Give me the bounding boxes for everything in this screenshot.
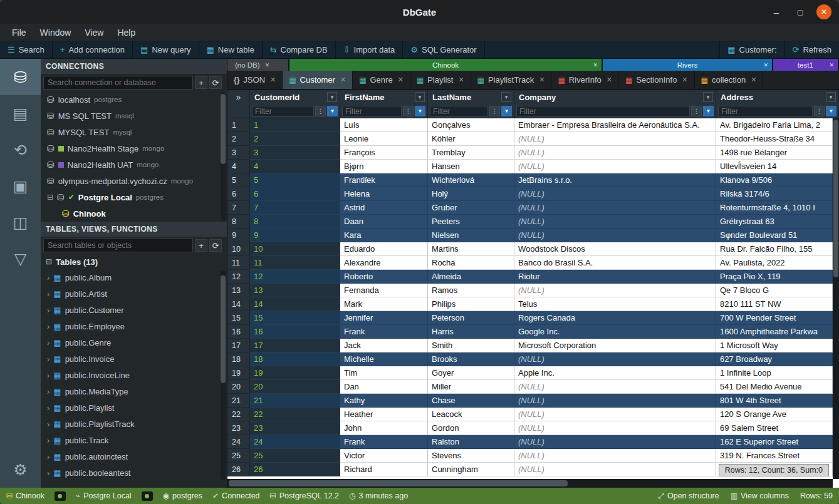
connection-item-ms-sql-test[interactable]: ⛁MS SQL TESTmssql <box>41 108 227 124</box>
table-row-3[interactable]: 33FrançoisTremblay(NULL)1498 rue Bélange… <box>227 146 833 160</box>
sidebar-filters-button[interactable]: ▽ <box>0 240 41 277</box>
connection-item-chinook[interactable]: ⛁Chinook <box>41 205 227 222</box>
table-row-10[interactable]: 1010EduardoMartinsWoodstock DiscosRua Dr… <box>227 242 833 256</box>
table-item-public-invoice[interactable]: ›▦public.Invoice <box>41 351 227 367</box>
close-button[interactable]: ✕ <box>816 4 831 19</box>
cell-customerid[interactable]: 7 <box>250 201 340 215</box>
filter-input-company[interactable] <box>516 106 690 116</box>
cell-company[interactable]: (NULL) <box>514 463 716 476</box>
cell-firstname[interactable]: Frantiſek <box>340 173 428 187</box>
table-row-15[interactable]: 1515JenniferPetersonRogers Canada700 W P… <box>227 311 833 325</box>
cell-address[interactable]: 541 Del Medio Avenue <box>716 380 833 394</box>
cell-company[interactable]: Telus <box>514 297 716 311</box>
minimize-button[interactable]: – <box>769 4 784 19</box>
cell-address[interactable]: 1 Microsoft Way <box>716 339 833 352</box>
table-row-2[interactable]: 22LeonieKöhler(NULL)Theodor-Heuss-Straße… <box>227 132 833 146</box>
table-row-17[interactable]: 1717JackSmithMicrosoft Corporation1 Micr… <box>227 339 833 352</box>
cell-company[interactable]: (NULL) <box>514 229 716 242</box>
cell-firstname[interactable]: Daan <box>340 215 428 229</box>
close-icon[interactable]: ✕ <box>751 76 756 84</box>
cell-firstname[interactable]: Helena <box>340 187 428 201</box>
tables-search-input[interactable] <box>43 239 193 252</box>
status-open-structure[interactable]: ⤢Open structure <box>658 491 719 500</box>
cell-customerid[interactable]: 6 <box>250 187 340 201</box>
cell-customerid[interactable]: 16 <box>250 325 340 339</box>
cell-company[interactable]: (NULL) <box>514 187 716 201</box>
tab-group-no-db[interactable]: (no DB)✕ <box>227 59 288 71</box>
cell-firstname[interactable]: Frank <box>340 325 428 339</box>
cell-lastname[interactable]: Tremblay <box>428 146 514 160</box>
filter-funnel-button[interactable]: ▼ <box>826 106 836 116</box>
cell-company[interactable]: (NULL) <box>514 132 716 146</box>
sidebar-plugins-button[interactable]: ◫ <box>0 204 41 240</box>
cell-firstname[interactable]: Michelle <box>340 352 428 366</box>
cell-customerid[interactable]: 15 <box>250 311 340 325</box>
column-header-lastname[interactable]: LastName▾ <box>428 90 514 105</box>
chevron-right-icon[interactable]: › <box>47 289 50 299</box>
close-icon[interactable]: ✕ <box>763 62 768 68</box>
table-row-21[interactable]: 2121KathyChase(NULL)801 W 4th Street <box>227 394 833 408</box>
cell-firstname[interactable]: Alexandre <box>340 256 428 270</box>
cell-customerid[interactable]: 21 <box>250 394 340 408</box>
chevron-down-icon[interactable]: ▾ <box>703 92 713 102</box>
column-header-firstname[interactable]: FirstName▾ <box>340 90 428 105</box>
toolbar-customer[interactable]: ▦Customer: <box>719 41 784 58</box>
sidebar-settings-button[interactable]: ⚙ <box>0 451 41 488</box>
collapse-icon[interactable]: ⊟ <box>47 193 53 202</box>
tab-playlist[interactable]: ▦Playlist✕ <box>410 71 471 89</box>
cell-customerid[interactable]: 14 <box>250 297 340 311</box>
cell-firstname[interactable]: Frank <box>340 435 428 449</box>
cell-address[interactable]: Av. Paulista, 2022 <box>716 256 833 270</box>
cell-address[interactable]: Theodor-Heuss-Straße 34 <box>716 132 833 146</box>
grid-vertical-scrollbar[interactable] <box>833 118 839 479</box>
cell-address[interactable]: 700 W Pender Street <box>716 311 833 325</box>
cell-lastname[interactable]: Nielsen <box>428 229 514 242</box>
cell-customerid[interactable]: 25 <box>250 449 340 463</box>
cell-company[interactable]: (NULL) <box>514 408 716 421</box>
table-item-public-track[interactable]: ›▦public.Track <box>41 432 227 448</box>
cell-customerid[interactable]: 12 <box>250 270 340 284</box>
cell-address[interactable]: Rotenturmstraße 4, 1010 I <box>716 201 833 215</box>
table-row-24[interactable]: 2424FrankRalston(NULL)162 E Superior Str… <box>227 435 833 449</box>
toolbar-refresh[interactable]: ⟳Refresh <box>784 41 839 58</box>
cell-address[interactable]: Qe 7 Bloco G <box>716 284 833 297</box>
cell-lastname[interactable]: Hansen <box>428 160 514 173</box>
cell-customerid[interactable]: 13 <box>250 284 340 297</box>
chevron-right-icon[interactable]: › <box>47 387 50 396</box>
filter-input-firstname[interactable] <box>342 106 402 116</box>
cell-firstname[interactable]: François <box>340 146 428 160</box>
sidebar-archive-button[interactable]: ▣ <box>0 168 41 204</box>
grid-horizontal-scrollbar[interactable] <box>227 479 833 488</box>
cell-lastname[interactable]: Martins <box>428 242 514 256</box>
connection-item-nano2health-uat[interactable]: ⛁Nano2Health UATmongo <box>41 157 227 173</box>
tab-collection[interactable]: ▦collection✕ <box>695 71 764 89</box>
toolbar-new-table[interactable]: ▦New table <box>199 41 263 58</box>
table-item-public-customer[interactable]: ›▦public.Customer <box>41 302 227 318</box>
table-row-4[interactable]: 44BjφrnHansen(NULL)Ullevĺlsveien 14 <box>227 160 833 173</box>
cell-lastname[interactable]: Miller <box>428 380 514 394</box>
toolbar-compare-db[interactable]: ⇆Compare DB <box>263 41 336 58</box>
cell-address[interactable]: Sφnder Boulevard 51 <box>716 229 833 242</box>
cell-address[interactable]: Ullevĺlsveien 14 <box>716 160 833 173</box>
table-item-public-autoinctest[interactable]: ›▦public.autoinctest <box>41 448 227 465</box>
cell-firstname[interactable]: Kathy <box>340 394 428 408</box>
chevron-right-icon[interactable]: › <box>47 306 50 315</box>
cell-address[interactable]: 69 Salem Street <box>716 421 833 435</box>
cell-customerid[interactable]: 10 <box>250 242 340 256</box>
cell-firstname[interactable]: Jennifer <box>340 311 428 325</box>
cell-company[interactable]: Banco do Brasil S.A. <box>514 256 716 270</box>
cell-lastname[interactable]: Goyer <box>428 366 514 380</box>
table-row-7[interactable]: 77AstridGruber(NULL)Rotenturmstraße 4, 1… <box>227 201 833 215</box>
cell-lastname[interactable]: Peeters <box>428 215 514 229</box>
cell-lastname[interactable]: Almeida <box>428 270 514 284</box>
cell-company[interactable]: Riotur <box>514 270 716 284</box>
filter-funnel-button[interactable]: ▼ <box>501 106 512 116</box>
add-table-small-button[interactable]: + <box>195 239 207 252</box>
table-row-5[interactable]: 55FrantiſekWichterlováJetBrains s.r.o.Kl… <box>227 173 833 187</box>
filter-input-lastname[interactable] <box>430 106 488 116</box>
cell-company[interactable]: (NULL) <box>514 284 716 297</box>
chevron-right-icon[interactable]: › <box>47 273 50 282</box>
filter-menu-button[interactable]: ⋮ <box>489 106 500 116</box>
table-row-8[interactable]: 88DaanPeeters(NULL)Grétrystraat 63 <box>227 215 833 229</box>
filter-funnel-button[interactable]: ▼ <box>327 106 338 116</box>
